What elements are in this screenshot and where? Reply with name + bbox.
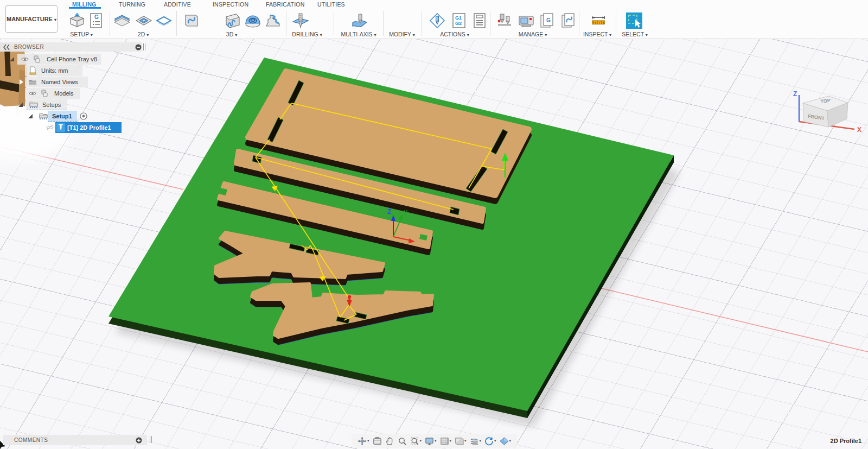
eye-icon[interactable]: [28, 89, 37, 98]
tab-turning[interactable]: TURNING: [119, 1, 145, 8]
setup-sheet-icon[interactable]: [471, 12, 488, 29]
component-icon[interactable]: [40, 89, 49, 98]
tab-additive[interactable]: ADDITIVE: [164, 1, 191, 8]
folder-icon[interactable]: [28, 78, 37, 86]
setups-folder-icon[interactable]: [29, 100, 38, 109]
contour-2d-icon[interactable]: [155, 12, 173, 29]
group-3d-dropdown[interactable]: 3D ▾: [226, 31, 237, 37]
toolbar-separator: [383, 11, 384, 36]
browser-item-setup1[interactable]: Setup1: [0, 111, 152, 122]
toolbar-separator: [422, 11, 422, 36]
group-multi-axis-dropdown[interactable]: MULTI-AXIS ▾: [341, 31, 376, 37]
display-icon[interactable]: ▾: [425, 437, 437, 446]
browser-item-label: Setup1: [52, 113, 72, 119]
pan-hand-icon[interactable]: [385, 437, 394, 446]
tab-fabrication[interactable]: FABRICATION: [266, 1, 304, 8]
tool-library-icon[interactable]: [496, 12, 513, 29]
group-inspect-dropdown[interactable]: INSPECT ▾: [583, 31, 611, 37]
comments-grip[interactable]: [151, 436, 152, 443]
expand-arrow-icon[interactable]: [18, 103, 23, 107]
gcode-sheet-icon[interactable]: G: [87, 12, 105, 29]
workspace-selector[interactable]: MANUFACTURE ▾: [5, 5, 58, 33]
tool-chip-icon[interactable]: [56, 123, 65, 132]
pan-orbit-icon[interactable]: ▾: [358, 437, 369, 446]
svg-text:G1: G1: [455, 15, 462, 21]
group-modify-dropdown[interactable]: MODIFY ▾: [389, 31, 415, 37]
browser-title: BROWSER: [14, 44, 44, 50]
group-manage-dropdown[interactable]: MANAGE ▾: [519, 31, 547, 37]
post-process-icon[interactable]: G1G2: [450, 12, 468, 29]
fusion360-window: ZY Z X TOP FRONT MANUFACTURE ▾ MILLINGTU…: [0, 0, 868, 449]
collapse-arrow-icon[interactable]: [35, 125, 39, 130]
comments-grip[interactable]: [150, 436, 150, 443]
select-icon[interactable]: [626, 12, 643, 29]
multi-axis-icon[interactable]: [351, 12, 368, 29]
browser-item-cell-phone-tray-v8[interactable]: Cell Phone Tray v8: [0, 54, 152, 65]
navigation-bar: ▾▾▾▾▾▾▾▾: [352, 434, 517, 448]
expand-arrow-icon[interactable]: [28, 114, 33, 118]
doc-units-icon[interactable]: [28, 66, 37, 75]
browser-item-units-mm[interactable]: Units: mm: [0, 65, 152, 76]
expand-arrow-icon[interactable]: [10, 57, 14, 61]
group-actions-dropdown[interactable]: ACTIONS ▾: [440, 31, 469, 37]
parallel-3d-icon[interactable]: [244, 12, 261, 29]
comments-options-icon[interactable]: [136, 437, 142, 444]
panel-options-icon[interactable]: [135, 44, 142, 50]
tab-utilities[interactable]: UTILITIES: [317, 1, 345, 8]
toolbar-separator: [490, 11, 490, 36]
target-icon[interactable]: [79, 112, 88, 121]
viewports-icon[interactable]: ▾: [455, 437, 467, 446]
machine-library-icon[interactable]: [518, 12, 535, 29]
browser-item-label: Named Views: [41, 79, 78, 85]
face-2d-icon[interactable]: [113, 12, 131, 29]
browser-item-models[interactable]: Models: [0, 88, 152, 99]
pocket-2d-icon[interactable]: [135, 12, 152, 29]
measure-icon[interactable]: [590, 15, 607, 26]
comments-bar[interactable]: COMMENTS: [3, 435, 147, 445]
ramp-3d-icon[interactable]: [264, 12, 282, 29]
zoom-icon[interactable]: [398, 437, 407, 446]
browser-item-setups[interactable]: Setups: [0, 99, 152, 110]
panel-grip[interactable]: [143, 43, 144, 50]
adaptive-3d-icon[interactable]: [224, 12, 241, 29]
eye-icon[interactable]: [21, 55, 29, 64]
viewcube-z-label: Z: [793, 90, 797, 98]
post-library-icon[interactable]: G: [539, 12, 556, 29]
main-toolbar: MANUFACTURE ▾ MILLINGTURNINGADDITIVEINSP…: [0, 0, 868, 39]
collapse-panel-icon[interactable]: [3, 44, 11, 50]
browser-header[interactable]: BROWSER: [0, 42, 142, 52]
template-library-icon[interactable]: [560, 12, 577, 29]
panel-grip[interactable]: [145, 43, 145, 50]
shade-icon[interactable]: ▾: [500, 437, 512, 446]
group-2d-dropdown[interactable]: 2D ▾: [138, 31, 149, 37]
toolbar-separator: [110, 11, 110, 36]
browser-item-label: Units: mm: [41, 67, 68, 74]
svg-text:G: G: [546, 17, 551, 23]
browser-item-label: Setups: [42, 102, 61, 108]
setups-folder-icon[interactable]: [39, 112, 48, 121]
browser-item-named-views[interactable]: Named Views: [0, 77, 152, 87]
toolbar-separator: [176, 11, 177, 36]
toolbar-separator: [616, 11, 616, 36]
component-icon[interactable]: [33, 55, 41, 64]
tab-inspection[interactable]: INSPECTION: [213, 1, 248, 8]
group-setup-dropdown[interactable]: SETUP ▾: [70, 31, 93, 37]
simulate-icon[interactable]: [429, 12, 446, 29]
triad-y-label: Y: [404, 209, 408, 216]
group-select-dropdown[interactable]: SELECT ▾: [622, 31, 648, 37]
collapse-arrow-icon[interactable]: [20, 79, 23, 85]
view-cube[interactable]: Z X TOP FRONT: [781, 85, 868, 145]
eye-off-icon[interactable]: [46, 123, 54, 132]
x-axis-line: [599, 288, 868, 352]
setup-icon[interactable]: [68, 12, 86, 29]
drill-icon[interactable]: [292, 12, 309, 29]
zoom-window-icon[interactable]: ▾: [410, 437, 422, 446]
steps-icon[interactable]: ▾: [470, 437, 482, 446]
svg-text:G: G: [94, 14, 99, 20]
slot-2d-icon[interactable]: [183, 12, 200, 29]
browser-item-t1-2d-profile1[interactable]: [T1] 2D Profile1: [0, 122, 152, 133]
group-drilling-dropdown[interactable]: DRILLING ▾: [292, 31, 322, 37]
look-at-icon[interactable]: [373, 437, 382, 446]
orbit-icon[interactable]: ▾: [484, 437, 496, 446]
grid-icon[interactable]: ▾: [440, 437, 452, 446]
